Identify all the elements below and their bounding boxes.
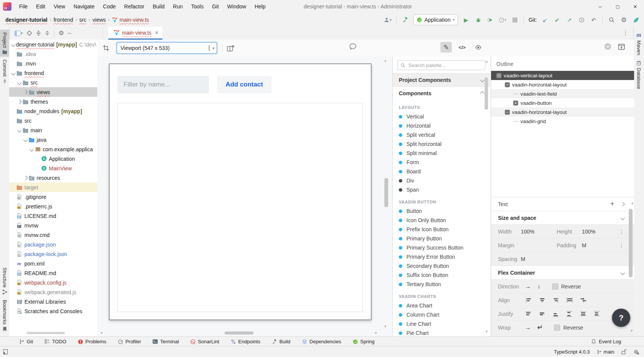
palette-item-primary-button[interactable]: Primary Button	[393, 234, 490, 243]
palette-item-split-horizontal[interactable]: Split horizontal	[393, 139, 490, 149]
tree-item-themes[interactable]: themes	[9, 97, 97, 106]
toolwindow-button-build[interactable]: Build	[272, 339, 291, 344]
add-contact-button[interactable]: Add contact	[217, 76, 271, 93]
palette-section-components[interactable]: Components	[393, 86, 490, 100]
collapse-all-icon[interactable]	[45, 30, 50, 36]
palette-item-primary-success-button[interactable]: Primary Success Button	[393, 243, 490, 252]
collapse-node-icon[interactable]: −	[496, 73, 501, 78]
tree-item--mvn[interactable]: .mvn	[9, 59, 97, 68]
canvas-horizontal-scrollbar[interactable]: ◂ ▸	[97, 330, 387, 336]
toolwindow-button-terminal[interactable]: Terminal	[153, 339, 179, 344]
collapse-node-icon[interactable]: −	[505, 82, 510, 87]
chevron-down-icon[interactable]	[480, 78, 484, 82]
padding-value[interactable]: M	[582, 242, 586, 248]
chevron-right-icon[interactable]	[620, 202, 625, 206]
palette-search-input[interactable]	[408, 62, 482, 69]
vaadin-grid-placeholder[interactable]	[117, 103, 363, 312]
align-option-3-icon[interactable]	[552, 297, 560, 303]
locate-file-icon[interactable]	[26, 30, 32, 36]
palette-item-horizontal[interactable]: Horizontal	[393, 121, 490, 130]
run-button[interactable]: ▶	[462, 15, 470, 24]
stop-button[interactable]	[511, 15, 519, 24]
help-button[interactable]: ?	[612, 309, 630, 327]
justify-option-1-icon[interactable]	[525, 311, 532, 317]
tree-item-readme-md[interactable]: MDREADME.md	[9, 268, 97, 278]
viewport-card[interactable]: Filter by name... Add contact	[109, 64, 371, 320]
toolwindow-button-todo[interactable]: TODO	[45, 339, 66, 344]
tree-item-views[interactable]: views	[9, 87, 97, 97]
menu-item-git[interactable]: Git	[208, 2, 223, 11]
tree-item-mainview[interactable]: CMainView	[9, 163, 97, 173]
expand-all-icon[interactable]	[36, 30, 41, 36]
menu-item-edit[interactable]: Edit	[32, 2, 49, 11]
palette-item-div[interactable]: Div	[393, 176, 490, 185]
minimize-button[interactable]: ─	[591, 0, 609, 13]
justify-option-3-icon[interactable]	[552, 311, 560, 317]
palette-section-project-components[interactable]: Project Components	[393, 73, 490, 86]
palette-item-line-chart[interactable]: Line Chart	[393, 319, 490, 328]
toolwindow-button-problems[interactable]: Problems	[78, 339, 106, 344]
chevron-up-icon[interactable]	[480, 91, 484, 95]
direction-column-icon[interactable]: ↓	[537, 283, 541, 290]
scroll-up-icon[interactable]: ▴	[384, 59, 386, 62]
chevron-right-icon[interactable]	[23, 91, 28, 94]
filter-text-field[interactable]: Filter by name...	[117, 76, 209, 93]
scroll-up-icon[interactable]: ▴	[631, 201, 633, 205]
git-branch-widget[interactable]: main	[597, 349, 614, 355]
scroll-down-icon[interactable]: ▾	[384, 325, 386, 328]
collapse-node-icon[interactable]: −	[505, 110, 510, 115]
breadcrumb-item[interactable]: views	[93, 17, 106, 23]
viewport-size-select[interactable]: Viewport (547 x 533) ▾	[116, 42, 217, 54]
tree-item-scratches-and-consoles[interactable]: Scratches and Consoles	[9, 306, 97, 316]
panel-settings-gear-icon[interactable]: ⚙	[59, 30, 64, 36]
tree-item-mvnw[interactable]: ›mvnw	[9, 221, 97, 230]
palette-item-form[interactable]: Form	[393, 158, 490, 167]
open-in-browser-icon[interactable]	[618, 43, 625, 50]
chevron-down-icon[interactable]	[11, 43, 16, 46]
tree-item-package-lock-json[interactable]: {}package-lock.json	[9, 249, 97, 259]
breadcrumb-item[interactable]: src	[79, 17, 87, 23]
tree-item-node-modules[interactable]: node_modules[myapp]	[9, 106, 97, 116]
toolwindow-button-endpoints[interactable]: Endpoints	[231, 339, 260, 344]
align-option-5-icon[interactable]	[580, 297, 587, 303]
outline-node-vaadin-vertical-layout[interactable]: −vaadin-vertical-layout	[491, 71, 634, 80]
jetbrains-leaf-icon[interactable]	[632, 15, 640, 24]
outline-node-vaadin-horizontal-layout[interactable]: −vaadin-horizontal-layout	[491, 80, 634, 89]
menu-item-help[interactable]: Help	[251, 2, 270, 11]
preview-eye-icon[interactable]	[472, 42, 484, 53]
palette-item-secondary-button[interactable]: Secondary Button	[393, 261, 490, 271]
profiler-button[interactable]: ▾	[498, 15, 507, 24]
menu-item-build[interactable]: Build	[149, 2, 168, 11]
chevron-right-icon[interactable]	[23, 176, 28, 179]
canvas-vertical-scrollbar[interactable]: ▴ ▾	[383, 58, 389, 334]
tool-tab-project[interactable]: Project	[0, 30, 9, 57]
user-icon[interactable]: ▾	[383, 15, 392, 24]
git-commit-icon[interactable]: ✔	[553, 15, 561, 24]
run-with-coverage-button[interactable]	[486, 15, 495, 24]
tree-item-target[interactable]: target	[9, 183, 97, 192]
chevron-down-icon[interactable]	[620, 271, 625, 275]
tree-item--prettierrc-js[interactable]: JS.prettierrc.js	[9, 202, 97, 211]
wrap-icon[interactable]: ↵	[537, 323, 543, 331]
build-hammer-icon[interactable]	[401, 15, 410, 24]
chevron-down-icon[interactable]	[17, 81, 22, 84]
split-view-icon[interactable]	[227, 45, 234, 52]
scrollbar-thumb[interactable]	[384, 178, 388, 207]
menu-item-refactor[interactable]: Refactor	[120, 2, 148, 11]
tab-main-view[interactable]: main-view.ts ✕	[108, 27, 162, 40]
justify-option-6-icon[interactable]	[593, 311, 601, 317]
code-mode-icon[interactable]: </>	[456, 42, 468, 53]
tree-item--idea[interactable]: .idea	[9, 49, 97, 59]
menu-item-run[interactable]: Run	[169, 2, 187, 11]
align-option-2-icon[interactable]	[538, 297, 546, 303]
menu-item-window[interactable]: Window	[223, 2, 250, 11]
debug-button[interactable]	[474, 15, 482, 24]
git-update-icon[interactable]: ↙	[541, 15, 549, 24]
align-option-1-icon[interactable]	[525, 297, 532, 303]
chevron-down-icon[interactable]	[23, 138, 28, 141]
tool-tab-bookmarks[interactable]: Bookmarks	[0, 297, 9, 334]
tree-item-package-json[interactable]: {}package.json	[9, 240, 97, 249]
toolwindow-button-spring[interactable]: Spring	[353, 339, 375, 344]
palette-item-prefix-icon-button[interactable]: Prefix Icon Button	[393, 225, 490, 234]
palette-item-board[interactable]: Board	[393, 167, 490, 176]
